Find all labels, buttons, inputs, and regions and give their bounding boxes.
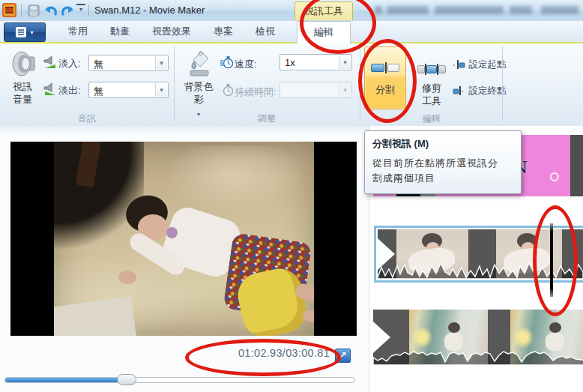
group-label-adjust: 調整 bbox=[229, 112, 304, 123]
audio-waveform bbox=[373, 346, 583, 365]
tab-view[interactable]: 檢視 bbox=[244, 21, 286, 43]
file-menu-icon bbox=[16, 27, 27, 37]
chevron-down-icon: ▾ bbox=[339, 55, 351, 69]
movie-maker-window: ▾ Swan.M12 - Movie Maker 視訊工具 ▾ 常用 動畫 視覺… bbox=[0, 0, 583, 392]
duration-stopwatch-icon bbox=[220, 83, 233, 97]
blurred-text bbox=[435, 6, 504, 14]
video-volume-button[interactable]: 視訊音量 bbox=[4, 46, 40, 109]
seek-fill bbox=[5, 378, 127, 382]
set-end-label: 設定終點 bbox=[468, 85, 506, 96]
redo-icon[interactable] bbox=[60, 4, 75, 16]
file-menu-button[interactable]: ▾ bbox=[4, 22, 46, 42]
duration-select: ▾ bbox=[280, 82, 352, 98]
speed-select[interactable]: 1x ▾ bbox=[280, 54, 352, 70]
set-start-button[interactable]: 設定起點 bbox=[453, 57, 506, 72]
video-volume-label: 視訊音量 bbox=[10, 80, 34, 106]
blurred-text bbox=[375, 6, 382, 14]
speaker-icon bbox=[9, 50, 36, 77]
tooltip-title: 分割視訊 (M) bbox=[372, 137, 513, 151]
split-tooltip: 分割視訊 (M) 從目前所在點將所選視訊分割成兩個項目 bbox=[364, 130, 522, 194]
speed-stopwatch-icon bbox=[220, 55, 233, 69]
fade-out-value: 無 bbox=[94, 85, 103, 98]
background-color-button[interactable]: 背景色彩▾ bbox=[180, 46, 217, 109]
fade-out-select[interactable]: 無 ▾ bbox=[88, 82, 169, 98]
fade-out-label: 淡出: bbox=[58, 84, 81, 97]
tab-home[interactable]: 常用 bbox=[57, 21, 99, 43]
contextual-tab-video-tools[interactable]: 視訊工具 bbox=[294, 1, 353, 20]
trim-tool-icon bbox=[414, 62, 449, 76]
group-separator bbox=[502, 46, 503, 121]
background-color-label: 背景色彩 bbox=[183, 80, 214, 106]
group-label-audio: 音訊 bbox=[49, 112, 124, 123]
storyboard-clip[interactable] bbox=[373, 310, 583, 365]
group-label-edit: 編輯 bbox=[394, 112, 469, 123]
chevron-down-icon: ▾ bbox=[155, 83, 167, 97]
tab-edit[interactable]: 編輯 bbox=[297, 21, 351, 43]
app-logo-icon bbox=[2, 3, 16, 17]
clip-segment bbox=[570, 135, 583, 196]
speed-value: 1x bbox=[285, 57, 295, 68]
fade-in-label: 淡入: bbox=[58, 57, 81, 70]
fade-in-icon bbox=[43, 55, 57, 69]
toolbar-customize-dropdown[interactable]: ▾ bbox=[76, 4, 85, 13]
tab-animations[interactable]: 動畫 bbox=[99, 21, 141, 43]
set-end-icon bbox=[453, 85, 465, 96]
set-start-icon bbox=[453, 59, 465, 70]
playback-time: 01:02.93/03:00.81 bbox=[195, 347, 330, 359]
ribbon: 視訊音量 淡入: 無 ▾ 淡出: 無 ▾ 音訊 bbox=[0, 43, 583, 127]
seek-bar[interactable] bbox=[4, 377, 355, 383]
group-separator bbox=[174, 46, 175, 121]
set-start-label: 設定起點 bbox=[468, 59, 506, 70]
toolbar-separator bbox=[21, 4, 22, 16]
window-title: Swan.M12 - Movie Maker bbox=[94, 4, 205, 16]
chevron-down-icon: ▾ bbox=[339, 83, 351, 97]
blurred-text bbox=[510, 6, 532, 14]
fade-out-icon bbox=[43, 82, 57, 96]
tab-project[interactable]: 專案 bbox=[202, 21, 244, 43]
trim-tool-button[interactable]: 修剪工具 bbox=[414, 46, 450, 109]
blurred-text bbox=[541, 6, 579, 14]
tab-visual-effects[interactable]: 視覺效果 bbox=[141, 21, 202, 43]
video-frame-image bbox=[54, 142, 314, 336]
blurred-text bbox=[387, 6, 429, 14]
chevron-down-icon: ▾ bbox=[30, 29, 33, 36]
expand-arrow-icon: ↗ bbox=[339, 350, 346, 359]
fade-in-select[interactable]: 無 ▾ bbox=[88, 55, 169, 71]
split-label: 分割 bbox=[375, 83, 395, 96]
split-position-line[interactable] bbox=[550, 223, 553, 297]
fade-in-value: 無 bbox=[94, 58, 103, 71]
speed-label: 速度: bbox=[235, 58, 257, 71]
group-separator bbox=[360, 46, 360, 121]
duration-label: 持續時間: bbox=[235, 85, 277, 99]
bubble-decoration bbox=[550, 172, 559, 181]
title-bar: ▾ Swan.M12 - Movie Maker 視訊工具 bbox=[0, 0, 583, 22]
tooltip-body: 從目前所在點將所選視訊分割成兩個項目 bbox=[372, 156, 501, 186]
seek-thumb[interactable] bbox=[117, 374, 136, 385]
paint-bucket-icon bbox=[186, 49, 211, 77]
chevron-down-icon: ▾ bbox=[197, 111, 200, 118]
save-icon[interactable] bbox=[28, 4, 40, 16]
preview-panel: 01:02.93/03:00.81 ↗ bbox=[0, 126, 369, 392]
video-preview[interactable] bbox=[10, 142, 357, 336]
ribbon-tabs: 常用 動畫 視覺效果 專案 檢視 編輯 bbox=[57, 21, 351, 43]
split-icon bbox=[365, 61, 405, 74]
toolbar-separator bbox=[88, 4, 89, 16]
trim-tool-label: 修剪工具 bbox=[420, 82, 443, 107]
split-button[interactable]: 分割 bbox=[364, 46, 406, 109]
chevron-down-icon: ▾ bbox=[155, 56, 167, 70]
undo-icon[interactable] bbox=[43, 4, 58, 16]
fullscreen-button[interactable]: ↗ bbox=[335, 349, 351, 363]
set-end-button[interactable]: 設定終點 bbox=[453, 83, 506, 98]
